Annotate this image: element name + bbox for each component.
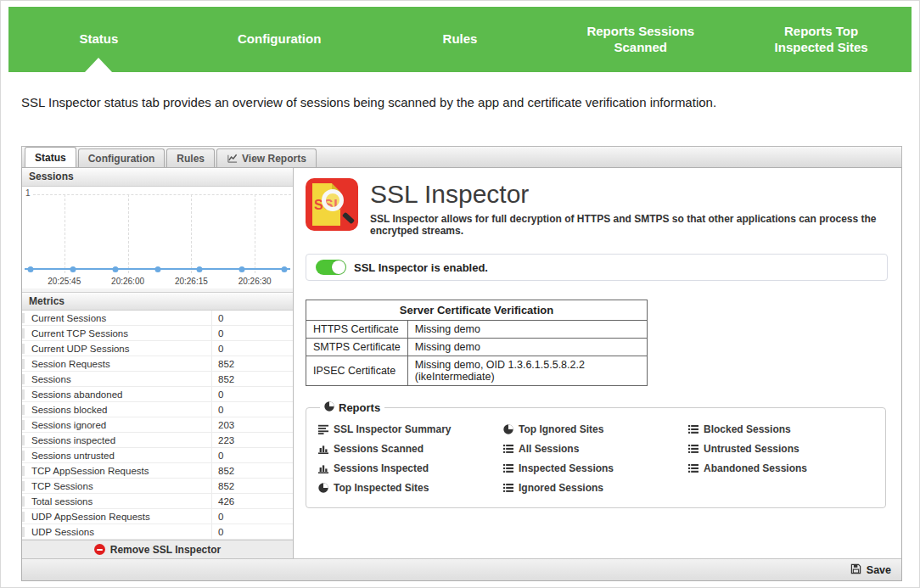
app-tab-status[interactable]: Status (25, 147, 76, 167)
right-column: SSL SSL Inspector SSL Inspector allows f… (294, 168, 901, 558)
left-column: Sessions 1 20:25:4520:26:0020:26:1520:26… (22, 168, 294, 558)
cert-label: IPSEC Certificate (306, 356, 408, 386)
metric-row-sessions[interactable]: Sessions852 (22, 372, 293, 387)
report-link-label: Sessions Scanned (334, 443, 424, 455)
main-row: Sessions 1 20:25:4520:26:0020:26:1520:26… (22, 168, 901, 558)
footer-bar: Save (22, 558, 901, 580)
chart-data-point (154, 266, 160, 272)
enabled-label: SSL Inspector is enabled. (354, 261, 488, 274)
ssl-inspector-page: StatusConfigurationRulesReports Sessions… (0, 0, 920, 588)
metric-row-udp-sessions[interactable]: UDP Sessions0 (22, 524, 293, 540)
chart-x-tick-label: 20:25:45 (48, 277, 81, 286)
metric-value: 0 (211, 326, 293, 340)
remove-app-button[interactable]: Remove SSL Inspector (22, 540, 293, 558)
report-column: Blocked SessionsUntrusted SessionsAbando… (688, 419, 873, 497)
metric-row-session-requests[interactable]: Session Requests852 (22, 356, 293, 372)
metric-row-udp-appsession-requests[interactable]: UDP AppSession Requests0 (22, 509, 293, 524)
metric-row-current-sessions[interactable]: Current Sessions0 (22, 311, 293, 326)
cert-table-header: Server Certificate Verification (306, 300, 648, 321)
metric-row-tcp-appsession-requests[interactable]: TCP AppSession Requests852 (22, 463, 293, 479)
metric-row-sessions-untrusted[interactable]: Sessions untrusted0 (22, 448, 293, 463)
pie-chart-icon (324, 401, 334, 414)
nav-tab-label: Rules (443, 31, 478, 48)
report-link-ssl-inspector-summary[interactable]: SSL Inspector Summary (318, 423, 503, 435)
list-icon (503, 483, 513, 493)
metric-row-sessions-inspected[interactable]: Sessions inspected223 (22, 433, 293, 448)
nav-tab-reports-sessions-scanned[interactable]: Reports Sessions Scanned (550, 7, 731, 72)
report-link-abandoned-sessions[interactable]: Abandoned Sessions (688, 462, 873, 474)
nav-tab-configuration[interactable]: Configuration (189, 7, 370, 72)
report-link-sessions-scanned[interactable]: Sessions Scanned (318, 443, 503, 455)
list-icon (688, 463, 698, 473)
metric-row-total-sessions[interactable]: Total sessions426 (22, 494, 293, 509)
app-tab-rules[interactable]: Rules (166, 148, 215, 167)
metric-row-sessions-ignored[interactable]: Sessions ignored203 (22, 417, 293, 433)
app-title: SSL Inspector (370, 180, 888, 208)
metrics-grid: Current Sessions0Current TCP Sessions0Cu… (22, 311, 293, 540)
report-link-blocked-sessions[interactable]: Blocked Sessions (688, 423, 873, 435)
line-chart-icon (227, 153, 238, 164)
report-link-top-ignored-sites[interactable]: Top Ignored Sites (503, 423, 688, 435)
metric-value: 223 (211, 433, 293, 447)
metric-value: 0 (211, 448, 293, 462)
metric-name: Total sessions (22, 496, 211, 507)
app-tab-configuration[interactable]: Configuration (78, 148, 165, 167)
chart-data-point (197, 266, 203, 272)
metric-value: 0 (211, 402, 293, 417)
top-nav: StatusConfigurationRulesReports Sessions… (8, 7, 912, 72)
cert-value: Missing demo (407, 339, 647, 356)
report-link-top-inspected-sites[interactable]: Top Inspected Sites (318, 482, 503, 494)
app-tab-label: Status (35, 152, 66, 164)
metric-row-tcp-sessions[interactable]: TCP Sessions852 (22, 479, 293, 494)
cert-table-row: IPSEC CertificateMissing demo, OID 1.3.6… (306, 356, 648, 386)
report-link-label: Untrusted Sessions (704, 443, 799, 455)
report-link-label: Sessions Inspected (334, 462, 429, 474)
app-tab-view-reports[interactable]: View Reports (216, 148, 317, 167)
chart-data-point (112, 266, 118, 272)
metric-row-sessions-abandoned[interactable]: Sessions abandoned0 (22, 387, 293, 402)
app-tab-label: Rules (177, 153, 205, 165)
save-icon (850, 563, 861, 577)
metric-name: TCP Sessions (22, 481, 211, 491)
metric-row-current-udp-sessions[interactable]: Current UDP Sessions0 (22, 341, 293, 356)
save-button[interactable]: Save (850, 563, 891, 577)
report-link-untrusted-sessions[interactable]: Untrusted Sessions (688, 443, 873, 455)
metric-value: 0 (211, 524, 293, 539)
chart-x-tick-label: 20:26:30 (238, 277, 272, 286)
metric-name: UDP Sessions (22, 527, 211, 537)
power-status-box: SSL Inspector is enabled. (306, 254, 888, 281)
metric-value: 0 (211, 509, 293, 524)
pie-chart-icon (503, 424, 513, 434)
ssl-inspector-logo-icon: SSL (306, 178, 358, 231)
metric-row-sessions-blocked[interactable]: Sessions blocked0 (22, 402, 293, 417)
report-column: Top Ignored SitesAll SessionsInspected S… (503, 419, 688, 497)
metric-name: Sessions blocked (22, 405, 211, 415)
reports-legend: Reports (320, 401, 384, 414)
report-link-label: SSL Inspector Summary (334, 423, 452, 435)
nav-tab-rules[interactable]: Rules (370, 7, 551, 72)
metric-row-current-tcp-sessions[interactable]: Current TCP Sessions0 (22, 326, 293, 341)
metric-name: Sessions (22, 374, 211, 384)
metric-value: 852 (211, 356, 293, 371)
metrics-panel-header: Metrics (22, 292, 293, 311)
app-subtitle: SSL Inspector allows for full decryption… (370, 213, 888, 237)
report-link-sessions-inspected[interactable]: Sessions Inspected (318, 462, 503, 474)
list-icon (503, 463, 513, 473)
metric-name: UDP AppSession Requests (22, 512, 211, 522)
report-link-ignored-sessions[interactable]: Ignored Sessions (503, 482, 688, 494)
nav-tab-reports-top-inspected-sites[interactable]: Reports Top Inspected Sites (731, 7, 912, 72)
enabled-toggle[interactable] (316, 260, 346, 275)
nav-tab-status[interactable]: Status (8, 7, 189, 72)
chart-data-point (239, 266, 245, 272)
report-link-all-sessions[interactable]: All Sessions (503, 443, 688, 455)
chart-hgridline (33, 194, 291, 195)
metric-name: Current TCP Sessions (22, 328, 211, 339)
chart-data-point (27, 266, 33, 272)
report-link-label: All Sessions (519, 443, 579, 455)
reports-links-grid: SSL Inspector SummarySessions ScannedSes… (318, 419, 873, 497)
metric-value: 852 (211, 372, 293, 386)
report-link-inspected-sessions[interactable]: Inspected Sessions (503, 462, 688, 474)
chart-gridline (128, 194, 129, 273)
metric-value: 0 (211, 387, 293, 401)
list-icon (688, 424, 698, 434)
